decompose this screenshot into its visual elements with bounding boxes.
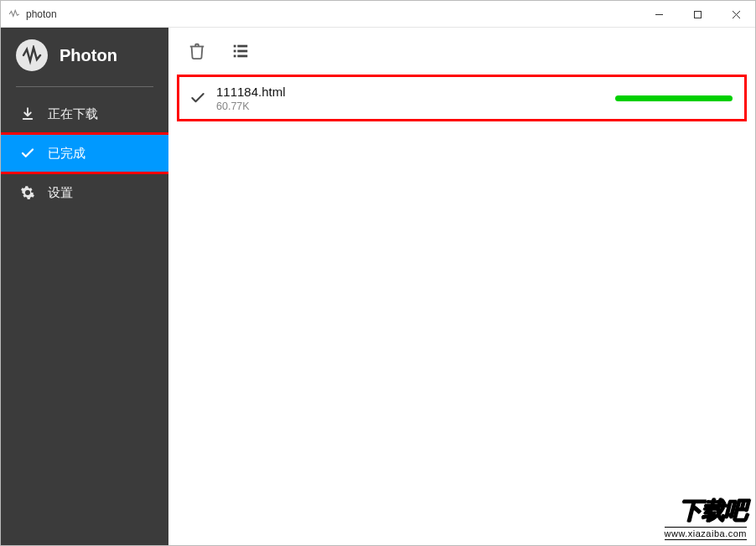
sidebar-divider [16,86,153,87]
window-titlebar: photon [1,1,755,28]
sidebar-item-settings[interactable]: 设置 [1,174,168,211]
sidebar-item-downloading[interactable]: 正在下载 [1,95,168,132]
sidebar-item-label: 正在下载 [48,106,98,122]
watermark-url: www.xiazaiba.com [665,527,747,540]
svg-rect-1 [694,11,701,18]
list-view-button[interactable] [229,39,252,63]
gear-icon [19,184,36,201]
app-icon [8,8,21,21]
main-panel: 111184.html 60.77K 下载吧 www.xiazaiba.com [168,28,755,545]
download-progress-bar [615,95,733,101]
svg-rect-7 [237,45,247,48]
brand-logo [16,39,48,71]
svg-rect-10 [234,55,236,58]
svg-rect-6 [234,45,236,48]
watermark-text: 下载吧 [665,495,747,527]
download-filesize: 60.77K [216,100,602,112]
svg-rect-11 [237,55,247,58]
watermark: 下载吧 www.xiazaiba.com [665,495,747,540]
sidebar: Photon 正在下载 已完成 设置 [1,28,168,545]
svg-rect-9 [237,50,247,53]
sidebar-item-label: 已完成 [48,146,85,162]
toolbar [168,28,755,75]
brand: Photon [1,28,168,83]
brand-name: Photon [60,46,117,65]
download-info: 111184.html 60.77K [216,85,602,112]
svg-point-5 [26,191,30,195]
check-icon [188,88,208,108]
sidebar-item-label: 设置 [48,185,73,201]
window-title: photon [26,8,57,20]
close-button[interactable] [717,1,755,28]
window-controls [639,1,755,28]
delete-button[interactable] [185,39,209,63]
check-icon [19,145,36,162]
svg-rect-8 [234,50,236,53]
download-icon [19,106,36,122]
maximize-button[interactable] [678,1,717,28]
minimize-button[interactable] [639,1,678,28]
download-filename: 111184.html [216,85,602,99]
download-item[interactable]: 111184.html 60.77K [177,75,747,121]
sidebar-item-completed[interactable]: 已完成 [1,135,168,172]
